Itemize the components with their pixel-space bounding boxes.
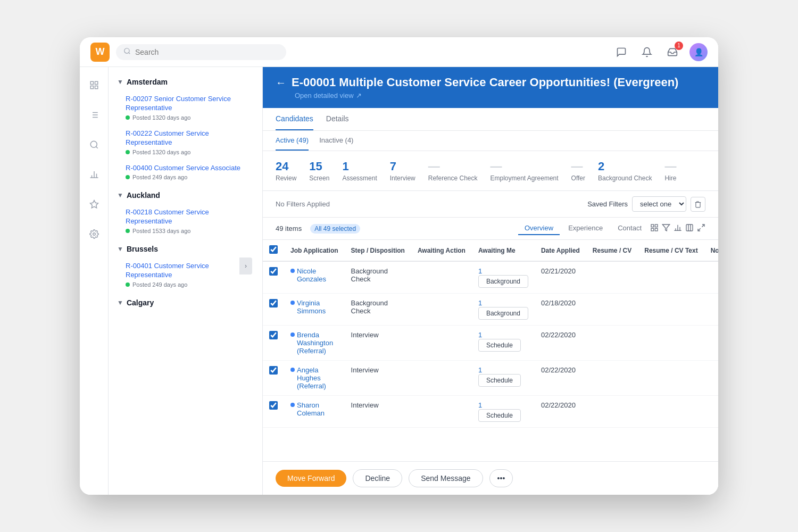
action-button[interactable]: Schedule <box>478 339 521 352</box>
row-checkbox-cell[interactable] <box>263 396 284 428</box>
table-toolbar: 49 items All 49 selected Overview Experi… <box>263 218 718 240</box>
no-show-cell <box>704 261 718 294</box>
sub-tab-active[interactable]: Active (49) <box>276 131 309 151</box>
search-input[interactable] <box>135 48 279 56</box>
awaiting-action-cell <box>411 361 472 396</box>
svg-line-32 <box>702 225 704 227</box>
row-checkbox-cell[interactable] <box>263 261 284 294</box>
job-meta: Posted 1320 days ago <box>126 149 254 155</box>
col-step: Step / Disposition <box>345 240 411 261</box>
awaiting-me-cell[interactable]: 1 Schedule <box>472 326 535 361</box>
sidebar-icon-list[interactable] <box>85 105 104 124</box>
tab-overview[interactable]: Overview <box>518 222 560 235</box>
step-cell: Interview <box>345 396 411 428</box>
stage-assessment[interactable]: 1 Assessment <box>342 160 377 182</box>
move-forward-button[interactable]: Move Forward <box>276 470 346 487</box>
chat-icon[interactable] <box>613 44 630 61</box>
decline-button[interactable]: Decline <box>353 469 402 487</box>
expand-panel-btn[interactable]: › <box>239 257 252 275</box>
row-checkbox[interactable] <box>269 267 278 276</box>
awaiting-me-cell[interactable]: 1 Background <box>472 261 535 294</box>
awaiting-me-cell[interactable]: 1 Background <box>472 294 535 326</box>
sidebar-icon-star[interactable] <box>85 195 104 214</box>
location-name-amsterdam: Amsterdam <box>127 78 168 86</box>
select-all-checkbox[interactable] <box>269 245 278 254</box>
candidate-name-link[interactable]: Brenda Washington (Referral) <box>290 331 338 355</box>
columns-icon[interactable] <box>685 223 694 234</box>
avatar[interactable]: 👤 <box>689 43 708 61</box>
stage-reference-check[interactable]: — Reference Check <box>428 160 478 182</box>
location-header-auckland[interactable]: ▼ Auckland <box>109 187 262 204</box>
bell-icon[interactable] <box>638 44 655 61</box>
open-detail-link[interactable]: Open detailed view ↗ <box>295 92 705 99</box>
row-checkbox-cell[interactable] <box>263 294 284 326</box>
location-header-brussels[interactable]: ▼ Brussels <box>109 240 262 257</box>
svg-rect-3 <box>95 81 97 84</box>
delete-filter-btn[interactable] <box>691 197 705 212</box>
row-checkbox[interactable] <box>269 401 278 410</box>
expand-icon[interactable] <box>697 223 705 234</box>
more-actions-button[interactable]: ••• <box>489 469 513 487</box>
location-name-auckland: Auckland <box>127 191 160 200</box>
saved-filters-select[interactable]: select one <box>632 196 686 212</box>
job-title: R-00207 Senior Customer Service Represen… <box>126 95 254 113</box>
tab-contact[interactable]: Contact <box>611 222 648 235</box>
awaiting-me-cell[interactable]: 1 Schedule <box>472 396 535 428</box>
stage-offer[interactable]: — Offer <box>571 160 585 182</box>
chevron-down-icon: ▼ <box>117 245 123 253</box>
chart-icon[interactable] <box>674 223 682 234</box>
table-row: Angela Hughes (Referral) Interview 1 <box>263 361 718 396</box>
tab-details[interactable]: Details <box>326 108 349 130</box>
candidate-name-link[interactable]: Nicole Gonzales <box>290 267 338 283</box>
row-checkbox-cell[interactable] <box>263 361 284 396</box>
candidate-name-link[interactable]: Sharon Coleman <box>290 401 338 417</box>
list-item[interactable]: R-00400 Customer Service Associate Poste… <box>109 160 262 185</box>
send-message-button[interactable]: Send Message <box>409 469 483 487</box>
select-all-header[interactable] <box>263 240 284 261</box>
list-item[interactable]: R-00222 Customer Service Representative … <box>109 125 262 160</box>
stage-review[interactable]: 24 Review <box>276 160 296 182</box>
step-cell: Interview <box>345 326 411 361</box>
action-button[interactable]: Schedule <box>478 409 521 422</box>
sidebar-icon-chart[interactable] <box>85 165 104 184</box>
col-awaiting-me: Awaiting Me <box>472 240 535 261</box>
no-filters-label: No Filters Applied <box>276 200 330 208</box>
svg-point-12 <box>90 141 97 147</box>
tab-candidates[interactable]: Candidates <box>276 108 313 130</box>
job-title-main: E-00001 Multiple Customer Service Career… <box>292 76 678 89</box>
sidebar-icon-search[interactable] <box>85 135 104 154</box>
stage-hire[interactable]: — Hire <box>664 160 676 182</box>
awaiting-me-cell[interactable]: 1 Schedule <box>472 361 535 396</box>
tab-experience[interactable]: Experience <box>562 222 609 235</box>
sidebar-icon-grid[interactable] <box>85 76 104 95</box>
row-checkbox[interactable] <box>269 331 278 339</box>
candidate-name-link[interactable]: Angela Hughes (Referral) <box>290 366 338 390</box>
toolbar-icons <box>650 223 705 234</box>
row-checkbox-cell[interactable] <box>263 326 284 361</box>
back-button[interactable]: ← <box>276 77 286 88</box>
list-item[interactable]: R-00207 Senior Customer Service Represen… <box>109 90 262 125</box>
grid-view-icon[interactable] <box>650 223 659 234</box>
stage-interview[interactable]: 7 Interview <box>390 160 415 182</box>
list-item[interactable]: R-00218 Customer Service Representative … <box>109 204 262 238</box>
location-header-amsterdam[interactable]: ▼ Amsterdam <box>109 73 262 90</box>
row-checkbox[interactable] <box>269 299 278 307</box>
sub-tab-inactive[interactable]: Inactive (4) <box>319 131 353 151</box>
action-button[interactable]: Background <box>478 275 528 288</box>
stage-count: 2 <box>598 160 652 173</box>
candidate-name-cell: Sharon Coleman <box>284 396 345 428</box>
stage-label: Offer <box>571 174 585 182</box>
action-button[interactable]: Background <box>478 307 528 320</box>
row-checkbox[interactable] <box>269 366 278 375</box>
filter-icon[interactable] <box>662 223 670 234</box>
candidate-name-link[interactable]: Virginia Simmons <box>290 299 338 315</box>
awaiting-action-cell <box>411 326 472 361</box>
action-button[interactable]: Schedule <box>478 374 521 387</box>
stage-employment-agreement[interactable]: — Employment Agreement <box>491 160 559 182</box>
stage-background-check[interactable]: 2 Background Check <box>598 160 652 182</box>
inbox-icon[interactable]: 1 <box>664 44 681 61</box>
search-box[interactable] <box>116 44 286 60</box>
stage-screen[interactable]: 15 Screen <box>309 160 329 182</box>
sidebar-icon-settings[interactable] <box>85 225 104 244</box>
location-header-calgary[interactable]: ▼ Calgary <box>109 294 262 311</box>
